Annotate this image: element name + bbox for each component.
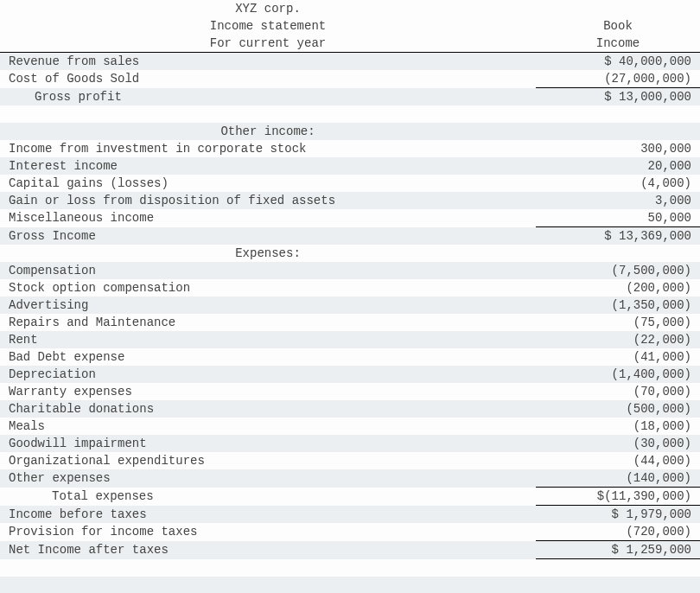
cogs-value: (27,000,000) bbox=[536, 70, 700, 88]
meals-value: (18,000) bbox=[536, 418, 700, 435]
statement-period: For current year bbox=[0, 35, 536, 53]
stock-option-label: Stock option compensation bbox=[0, 279, 536, 296]
company-name: XYZ corp. bbox=[0, 0, 536, 17]
repairs-label: Repairs and Maintenance bbox=[0, 314, 536, 331]
depreciation-value: (1,400,000) bbox=[536, 366, 700, 383]
other-exp-label: Other expenses bbox=[0, 469, 536, 488]
charity-value: (500,000) bbox=[536, 400, 700, 418]
depreciation-label: Depreciation bbox=[0, 366, 536, 383]
meals-label: Meals bbox=[0, 418, 536, 435]
warranty-label: Warranty expenses bbox=[0, 383, 536, 400]
charity-label: Charitable donations bbox=[0, 400, 536, 418]
revenue-value: $ 40,000,000 bbox=[536, 53, 700, 71]
org-exp-label: Organizational expenditures bbox=[0, 452, 536, 469]
capgains-label: Capital gains (losses) bbox=[0, 175, 536, 192]
goodwill-label: Goodwill impairment bbox=[0, 435, 536, 452]
statement-table: XYZ corp. Income statement Book For curr… bbox=[0, 0, 700, 593]
col-header-1: Book bbox=[536, 17, 700, 35]
statement-title: Income statement bbox=[0, 17, 536, 35]
cogs-label: Cost of Goods Sold bbox=[0, 70, 536, 88]
before-tax-label: Income before taxes bbox=[0, 506, 536, 524]
total-exp-label: Total expenses bbox=[0, 488, 536, 506]
before-tax-value: $ 1,979,000 bbox=[536, 506, 700, 524]
net-income-label: Net Income after taxes bbox=[0, 541, 536, 559]
inv-label: Income from investment in corporate stoc… bbox=[0, 140, 536, 157]
gross-profit-label: Gross profit bbox=[0, 88, 536, 106]
capgains-value: (4,000) bbox=[536, 175, 700, 192]
income-statement: XYZ corp. Income statement Book For curr… bbox=[0, 0, 700, 593]
stock-option-value: (200,000) bbox=[536, 279, 700, 296]
compensation-label: Compensation bbox=[0, 262, 536, 279]
revenue-label: Revenue from sales bbox=[0, 53, 536, 71]
provision-label: Provision for income taxes bbox=[0, 523, 536, 541]
bad-debt-value: (41,000) bbox=[536, 348, 700, 366]
other-exp-value: (140,000) bbox=[536, 469, 700, 488]
col-header-2: Income bbox=[536, 35, 700, 53]
bad-debt-label: Bad Debt expense bbox=[0, 348, 536, 366]
provision-value: (720,000) bbox=[536, 523, 700, 541]
expenses-heading: Expenses: bbox=[0, 245, 536, 262]
warranty-value: (70,000) bbox=[536, 383, 700, 400]
rent-value: (22,000) bbox=[536, 331, 700, 348]
net-income-value: $ 1,259,000 bbox=[536, 541, 700, 559]
rent-label: Rent bbox=[0, 331, 536, 348]
advertising-label: Advertising bbox=[0, 296, 536, 314]
compensation-value: (7,500,000) bbox=[536, 262, 700, 279]
goodwill-value: (30,000) bbox=[536, 435, 700, 452]
inv-value: 300,000 bbox=[536, 140, 700, 157]
misc-income-value: 50,000 bbox=[536, 209, 700, 227]
interest-value: 20,000 bbox=[536, 157, 700, 175]
misc-income-label: Miscellaneous income bbox=[0, 209, 536, 227]
total-exp-value: $(11,390,000) bbox=[536, 488, 700, 506]
disposition-label: Gain or loss from disposition of fixed a… bbox=[0, 192, 536, 209]
interest-label: Interest income bbox=[0, 157, 536, 175]
org-exp-value: (44,000) bbox=[536, 452, 700, 469]
disposition-value: 3,000 bbox=[536, 192, 700, 209]
gross-income-label: Gross Income bbox=[0, 227, 536, 245]
other-income-heading: Other income: bbox=[0, 123, 536, 140]
gross-profit-value: $ 13,000,000 bbox=[536, 88, 700, 106]
repairs-value: (75,000) bbox=[536, 314, 700, 331]
advertising-value: (1,350,000) bbox=[536, 296, 700, 314]
gross-income-value: $ 13,369,000 bbox=[536, 227, 700, 245]
